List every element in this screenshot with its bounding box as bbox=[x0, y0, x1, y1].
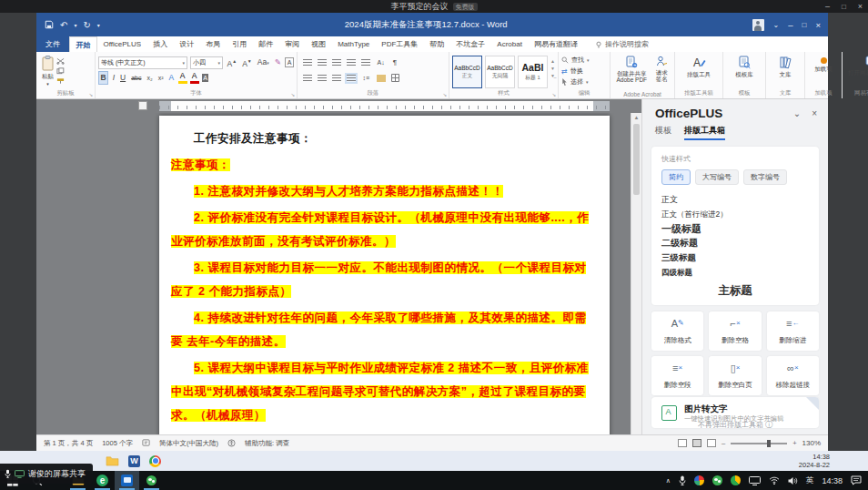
styles-scroll-up-icon[interactable]: ▲ bbox=[550, 58, 555, 64]
style-heading1[interactable]: AaBl 标题 1 bbox=[518, 56, 548, 88]
tab-help[interactable]: 帮助 bbox=[424, 36, 450, 52]
tab-pdf-tools[interactable]: PDF工具集 bbox=[376, 36, 424, 52]
borders-icon[interactable] bbox=[391, 74, 399, 82]
folder-icon[interactable] bbox=[106, 455, 119, 466]
align-right-icon[interactable] bbox=[332, 75, 341, 82]
library-button[interactable]: 文库 bbox=[777, 55, 793, 78]
word-icon[interactable]: W bbox=[128, 455, 140, 467]
wifi-icon[interactable] bbox=[769, 476, 780, 485]
user-avatar[interactable] bbox=[752, 19, 764, 31]
font-name-combobox[interactable]: 等线 (中文正文)▾ bbox=[98, 56, 187, 69]
zoom-in-icon[interactable]: + bbox=[792, 439, 796, 447]
request-signatures-button[interactable]: 请求签名 bbox=[652, 55, 671, 87]
grow-font-icon[interactable]: A▲ bbox=[226, 56, 238, 70]
pane-footer-link[interactable]: 不再弹出排版工具箱 ⓘ bbox=[642, 420, 828, 430]
save-icon[interactable] bbox=[45, 20, 54, 29]
style-no-spacing[interactable]: AaBbCcD 无间隔 bbox=[485, 56, 515, 88]
bullets-icon[interactable] bbox=[303, 59, 312, 66]
tab-stop-selector[interactable] bbox=[138, 101, 147, 110]
screen-share-badge[interactable]: 谢俊的屏幕共享 bbox=[0, 464, 93, 484]
tool-delete-spaces[interactable]: ⌐× 删除空格 bbox=[709, 311, 761, 351]
tab-bukeng[interactable]: 不坑盒子 bbox=[450, 36, 491, 52]
style-item-h2[interactable]: 二级标题 bbox=[661, 236, 809, 250]
microphone-icon[interactable] bbox=[679, 475, 686, 485]
format-painter-icon[interactable] bbox=[56, 77, 65, 85]
font-color-icon[interactable]: A bbox=[190, 72, 199, 84]
read-mode-icon[interactable] bbox=[678, 439, 687, 447]
tab-insert[interactable]: 插入 bbox=[147, 36, 174, 52]
style-item-h4[interactable]: 四级标题 bbox=[661, 265, 809, 280]
taskbar-wechat[interactable] bbox=[139, 471, 164, 490]
strikethrough-icon[interactable]: abc bbox=[130, 72, 143, 84]
pane-tab-templates[interactable]: 模板 bbox=[655, 125, 671, 140]
tab-youdao[interactable]: 网易有道翻译 bbox=[528, 36, 583, 52]
tool-delete-empty-paragraphs[interactable]: ≡× 删除空段 bbox=[651, 356, 703, 395]
tray-clock[interactable]: 14:38 bbox=[822, 476, 843, 485]
taskbar-meeting-app[interactable] bbox=[115, 471, 139, 490]
align-left-icon[interactable] bbox=[303, 75, 312, 82]
dialog-launcher-icon[interactable]: ↘ bbox=[88, 92, 93, 97]
style-item-body[interactable]: 正文 bbox=[661, 192, 809, 207]
tab-review[interactable]: 审阅 bbox=[279, 36, 306, 52]
shared-clock[interactable]: 14:38 2024-8-22 bbox=[799, 453, 830, 469]
template-library-button[interactable]: 模板库 bbox=[733, 55, 755, 78]
zoom-slider-thumb[interactable] bbox=[767, 440, 771, 447]
chevron-down-icon[interactable]: ⌄ bbox=[793, 108, 801, 118]
superscript-icon[interactable]: x² bbox=[156, 72, 165, 84]
underline-icon[interactable]: U bbox=[119, 72, 127, 84]
print-layout-icon[interactable] bbox=[692, 439, 701, 447]
zoom-slider[interactable] bbox=[731, 443, 787, 444]
chrome-icon[interactable] bbox=[149, 455, 161, 467]
bold-icon[interactable]: B bbox=[98, 71, 108, 85]
numbering-icon[interactable] bbox=[318, 59, 327, 66]
ribbon-display-options-icon[interactable]: ⌄ bbox=[773, 21, 780, 29]
tab-view[interactable]: 视图 bbox=[306, 36, 332, 52]
style-item-body-indent[interactable]: 正文（首行缩进2） bbox=[661, 207, 809, 221]
horizontal-ruler[interactable] bbox=[159, 101, 610, 111]
language-indicator[interactable]: 简体中文(中国大陆) bbox=[159, 439, 218, 448]
open-youdao-button[interactable]: A文 打开网易有道翻译 bbox=[846, 55, 868, 77]
justify-icon[interactable] bbox=[347, 75, 356, 82]
tab-design[interactable]: 设计 bbox=[174, 36, 200, 52]
sort-icon[interactable]: A↓ bbox=[376, 56, 386, 68]
document-viewport[interactable]: 工作安排及注意事项： 注意事项： 1. 注意核对并修改大纲与人才培养方案能力指标… bbox=[36, 113, 631, 434]
font-size-combobox[interactable]: 小四▾ bbox=[190, 56, 223, 69]
proofing-icon[interactable] bbox=[142, 439, 150, 447]
tool-remove-hyperlinks[interactable]: ∞× 移除超链接 bbox=[767, 356, 819, 395]
increase-indent-icon[interactable] bbox=[361, 59, 370, 66]
undo-icon[interactable]: ↶ bbox=[60, 20, 67, 30]
chevron-up-icon[interactable]: ∧ bbox=[666, 477, 671, 485]
cut-icon[interactable] bbox=[56, 57, 65, 65]
minimize-icon[interactable]: – bbox=[788, 20, 792, 30]
tab-mathtype[interactable]: MathType bbox=[332, 36, 376, 52]
tell-me-search[interactable]: 操作说明搜索 bbox=[589, 36, 654, 52]
security-icon[interactable] bbox=[731, 475, 741, 485]
style-item-h1[interactable]: 一级标题 bbox=[661, 221, 809, 236]
style-normal[interactable]: AaBbCcD 正文 bbox=[452, 56, 482, 88]
layout-tool-button[interactable]: A 排版工具 bbox=[685, 55, 712, 78]
change-case-icon[interactable]: Aa▾ bbox=[256, 56, 270, 69]
shading-icon[interactable] bbox=[377, 75, 386, 82]
pill-digit-numbering[interactable]: 数字编号 bbox=[743, 169, 787, 185]
qq-icon[interactable] bbox=[694, 475, 704, 485]
redo-icon[interactable]: ↻ bbox=[83, 20, 90, 30]
shrink-font-icon[interactable]: A▼ bbox=[241, 56, 254, 70]
notification-icon[interactable] bbox=[851, 475, 862, 485]
dialog-launcher-icon[interactable]: ↘ bbox=[290, 92, 295, 97]
create-share-pdf-button[interactable]: 创建并共享 Adobe PDF bbox=[613, 55, 651, 87]
vertical-scrollbar[interactable]: ▲ bbox=[631, 113, 641, 434]
restore-icon[interactable]: □ bbox=[802, 21, 807, 29]
document-page[interactable]: 工作安排及注意事项： 注意事项： 1. 注意核对并修改大纲与人才培养方案能力指标… bbox=[159, 116, 610, 434]
paste-button[interactable]: 粘贴▾ bbox=[39, 55, 56, 88]
taskbar-browser[interactable]: e bbox=[90, 471, 115, 490]
pane-tab-toolbox[interactable]: 排版工具箱 bbox=[684, 125, 725, 140]
scrollbar-thumb[interactable] bbox=[633, 124, 640, 195]
minimize-icon[interactable]: – bbox=[825, 2, 830, 11]
screen-share-icon[interactable] bbox=[749, 476, 761, 485]
multilevel-list-icon[interactable] bbox=[332, 59, 341, 66]
highlight-color-icon[interactable]: A bbox=[178, 72, 187, 84]
tab-references[interactable]: 引用 bbox=[227, 36, 253, 52]
style-item-h3[interactable]: 三级标题 bbox=[661, 250, 809, 265]
tab-mailings[interactable]: 邮件 bbox=[253, 36, 279, 52]
select-button[interactable]: 选择▾ bbox=[561, 77, 607, 87]
